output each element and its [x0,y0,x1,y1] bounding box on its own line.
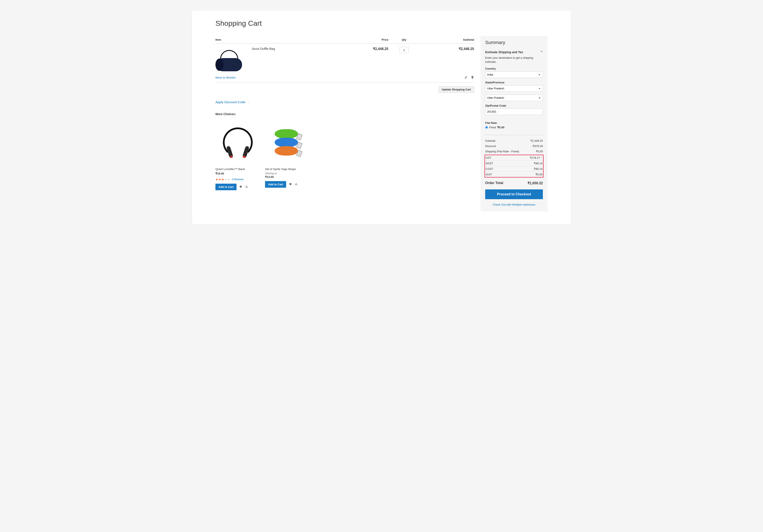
order-total-value: ₹1,650.22 [527,181,543,185]
state-label: State/Province [485,81,543,84]
heart-icon[interactable] [239,185,243,189]
igst-label: IGST [486,173,492,176]
discount-label: Apply Discount Code [215,100,245,104]
fixed-label: Fixed [489,126,496,129]
state-select[interactable]: Uttar Pradesh [485,85,543,92]
trash-icon[interactable] [471,75,474,80]
heart-icon[interactable] [289,182,292,186]
edit-icon[interactable] [464,75,468,80]
chevron-down-icon: ⌄ [247,101,249,103]
igst-value: ₹0.00 [535,173,542,176]
reviews-link[interactable]: 3 Reviews [232,178,244,181]
proceed-to-checkout-button[interactable]: Proceed to Checkout [485,189,543,199]
discount-value: -₹979.30 [532,144,543,148]
product-price: ₹19.00 [215,172,261,175]
zip-input[interactable] [485,109,543,115]
gst-value: ₹176.27 [530,156,540,159]
shipping-label: Shipping (Flat Rate - Fixed) [485,150,519,153]
flat-rate-radio[interactable] [485,126,488,129]
country-label: Country [485,67,543,70]
item-name[interactable]: Joust Duffle Bag [252,47,334,50]
compare-icon[interactable] [245,185,249,189]
qty-input[interactable] [399,47,408,53]
chevron-up-icon: ⌃ [540,50,543,54]
summary-title: Summary [485,40,543,45]
cgst-label: CGST [486,167,493,170]
cart-item-row: Joust Duffle Bag ₹2,448.25 ₹2,448.25 [215,44,474,76]
apply-discount-toggle[interactable]: Apply Discount Code ⌄ [215,100,249,104]
product-rating: ★★★★★ 3 Reviews [215,178,261,181]
item-subtotal: ₹2,448.25 [420,44,474,76]
item-price: ₹2,448.25 [334,44,388,76]
product-image[interactable] [265,121,310,166]
subtotal-label: Subtotal [485,139,495,142]
gst-label: GST [486,156,491,159]
col-qty: Qty [388,36,420,44]
more-choices-title: More Choices: [215,112,474,116]
product-card: Set of Sprite Yoga Straps Starting at ₹1… [265,121,311,190]
flat-rate-label: Flat Rate [485,121,543,125]
zip-label: Zip/Postal Code [485,104,543,107]
subtotal-value: ₹2,448.25 [530,139,543,142]
compare-icon[interactable] [295,182,298,186]
product-name[interactable]: Set of Sprite Yoga Straps [265,167,311,171]
estimate-description: Enter your destination to get a shipping… [485,56,543,64]
estimate-title: Estimate Shipping and Tax [485,50,523,54]
product-image[interactable] [215,121,260,166]
col-item: Item [215,36,334,44]
product-price: ₹14.00 [265,175,311,179]
multiple-addresses-link[interactable]: Check Out with Multiple Addresses [485,203,543,206]
discount-label: Discount [485,144,496,148]
update-cart-button[interactable]: Update Shopping Cart [439,86,474,93]
cart-table: Item Price Qty Subtotal [215,36,474,82]
order-total-label: Order Total [485,181,503,185]
col-subtotal: Subtotal [420,36,474,44]
chevron-up-icon[interactable]: ⌃ [541,157,542,159]
add-to-cart-button[interactable]: Add to Cart [215,184,237,190]
fixed-price: ₹5.00 [497,126,504,129]
summary-sidebar: Summary Estimate Shipping and Tax ⌃ Ente… [481,36,548,212]
sgst-label: SGST [486,162,493,165]
product-name[interactable]: Quest Lumaflex™ Band [215,167,261,171]
state-select-2[interactable]: Uttar Pradesh [485,95,543,101]
page-title: Shopping Cart [215,19,548,28]
shipping-value: ₹5.00 [536,150,543,153]
estimate-shipping-toggle[interactable]: Estimate Shipping and Tax ⌃ [485,49,543,56]
add-to-cart-button[interactable]: Add to Cart [265,181,286,188]
starting-at-label: Starting at [265,172,311,175]
move-to-wishlist-link[interactable]: Move to Wishlist [215,76,236,79]
country-select[interactable]: India [485,71,543,78]
col-price: Price [334,36,388,44]
product-image[interactable] [215,49,244,72]
sgst-value: ₹88.14 [534,162,542,165]
gst-highlight-box: GST₹176.27 ⌃ SGST₹88.14 CGST₹88.14 IGST₹… [485,155,544,177]
cgst-value: ₹88.14 [534,167,542,170]
product-card: Quest Lumaflex™ Band ₹19.00 ★★★★★ 3 Revi… [215,121,261,190]
